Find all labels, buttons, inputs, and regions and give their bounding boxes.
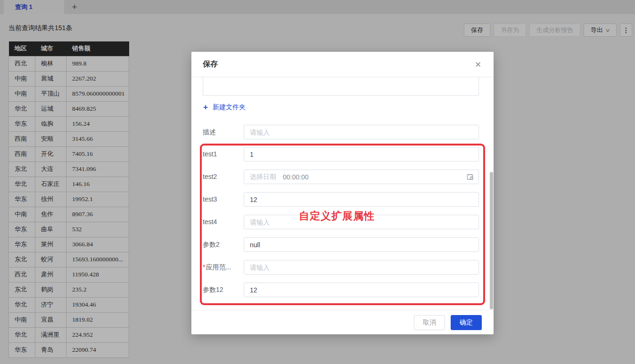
required-asterisk: * bbox=[203, 263, 205, 271]
field-label: test2 bbox=[203, 170, 244, 184]
time-value: 00:00:00 bbox=[283, 173, 309, 181]
date-placeholder: 选择日期 bbox=[250, 173, 276, 181]
confirm-button[interactable]: 确定 bbox=[451, 315, 482, 330]
description-input[interactable] bbox=[244, 125, 479, 139]
field-row-param2: 参数2 bbox=[203, 237, 479, 252]
calendar-clock-icon[interactable] bbox=[467, 173, 474, 180]
new-folder-button[interactable]: + 新建文件夹 bbox=[203, 103, 246, 112]
cancel-button[interactable]: 取消 bbox=[414, 315, 445, 330]
field-row-param12: 参数12 bbox=[203, 283, 479, 297]
folder-select-box[interactable] bbox=[203, 77, 479, 96]
new-folder-label: 新建文件夹 bbox=[213, 103, 246, 112]
apply-scope-label: 应用范... bbox=[206, 263, 231, 271]
test3-input[interactable] bbox=[244, 192, 479, 207]
save-dialog-footer: 取消 确定 bbox=[191, 310, 494, 334]
app-root: 查询 1 + 当前查询结果共151条 保存 另存为 生成分析报告 导出 ∨ ⋮ … bbox=[0, 0, 635, 364]
field-row-test2: test2 选择日期 00:00:00 bbox=[203, 170, 479, 184]
modal-scrollbar[interactable] bbox=[490, 172, 493, 309]
field-row-apply-scope: *应用范... bbox=[203, 260, 479, 275]
field-label: *应用范... bbox=[203, 260, 244, 275]
test2-datetime-picker[interactable]: 选择日期 00:00:00 bbox=[244, 170, 479, 184]
field-label: 参数2 bbox=[203, 237, 244, 252]
field-row-description: 描述 bbox=[203, 125, 479, 139]
apply-scope-input[interactable] bbox=[244, 260, 479, 275]
test4-input[interactable] bbox=[244, 215, 479, 229]
param2-input[interactable] bbox=[244, 237, 479, 252]
field-label: test1 bbox=[203, 147, 244, 162]
save-dialog-title: 保存 bbox=[203, 59, 218, 69]
field-label: test4 bbox=[203, 215, 244, 229]
field-row-test3: test3 bbox=[203, 192, 479, 207]
field-row-test1: test1 bbox=[203, 147, 479, 162]
param12-input[interactable] bbox=[244, 283, 479, 297]
field-label: 参数12 bbox=[203, 283, 244, 297]
test1-input[interactable] bbox=[244, 147, 479, 162]
field-label: test3 bbox=[203, 192, 244, 207]
close-icon[interactable]: ✕ bbox=[472, 58, 484, 71]
save-dialog-header: 保存 ✕ bbox=[191, 52, 494, 77]
field-label: 描述 bbox=[203, 125, 244, 139]
plus-icon: + bbox=[203, 103, 208, 112]
field-row-test4: test4 bbox=[203, 215, 479, 229]
save-dialog: 保存 ✕ + 新建文件夹 描述 test1 test2 选择日期 00:00:0… bbox=[191, 52, 494, 334]
